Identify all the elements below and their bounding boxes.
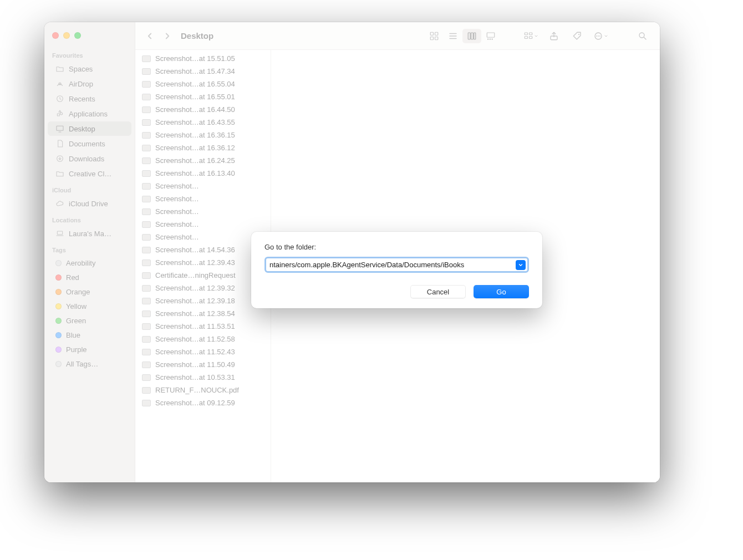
svg-rect-18 [529, 33, 532, 35]
file-row[interactable]: Screenshot… [135, 205, 271, 218]
file-row[interactable]: Screenshot… [135, 218, 271, 231]
folder-path-input[interactable] [266, 258, 515, 271]
file-row[interactable]: Screenshot…at 12.39.43 [135, 256, 271, 269]
minimize-button[interactable] [63, 32, 70, 39]
back-button[interactable] [143, 29, 156, 43]
file-row[interactable]: Screenshot… [135, 231, 271, 243]
sidebar-item[interactable]: Documents [48, 136, 131, 151]
view-gallery-button[interactable] [481, 29, 500, 43]
sidebar-item-label: Purple [66, 345, 87, 354]
file-row[interactable]: Screenshot…at 16.43.55 [135, 116, 271, 129]
sidebar-item[interactable]: Applications [48, 106, 131, 121]
file-row[interactable]: Screenshot…at 10.53.31 [135, 371, 271, 384]
sidebar-item[interactable]: Orange [48, 285, 131, 299]
action-menu-button[interactable] [591, 29, 610, 43]
cancel-button[interactable]: Cancel [410, 285, 466, 298]
svg-rect-11 [474, 33, 476, 39]
file-row[interactable]: Screenshot…at 11.52.58 [135, 333, 271, 345]
file-name-label: Screenshot…at 12.39.32 [155, 284, 265, 292]
file-row[interactable]: Screenshot…at 16.13.40 [135, 167, 271, 180]
sidebar-item-label: Desktop [69, 125, 95, 133]
svg-rect-9 [468, 33, 470, 39]
sidebar-item-label: Applications [69, 110, 108, 118]
file-thumbnail-icon [142, 94, 151, 100]
finder-window: FavouritesSpacesAirDropRecentsApplicatio… [44, 22, 660, 482]
svg-rect-4 [57, 231, 62, 235]
file-row[interactable]: Screenshot…at 15.47.34 [135, 65, 271, 78]
forward-button[interactable] [161, 29, 174, 43]
file-row[interactable]: Screenshot…at 09.12.59 [135, 396, 271, 409]
file-name-label: Screenshot… [155, 207, 265, 216]
file-thumbnail-icon [142, 55, 151, 62]
close-button[interactable] [52, 32, 59, 39]
sidebar-item[interactable]: Creative Cl… [48, 166, 131, 181]
sidebar-item[interactable]: Aerobility [48, 256, 131, 270]
zoom-button[interactable] [74, 32, 81, 39]
file-row[interactable]: Screenshot…at 16.55.01 [135, 90, 271, 103]
tag-dot-icon [55, 347, 62, 353]
view-columns-button[interactable] [462, 29, 481, 43]
sidebar-item-label: Yellow [66, 302, 86, 310]
file-name-label: Screenshot…at 16.43.55 [155, 118, 265, 126]
desktop-icon [55, 124, 64, 133]
file-row[interactable]: Screenshot…at 16.55.04 [135, 78, 271, 90]
sidebar-item[interactable]: Purple [48, 343, 131, 357]
file-row[interactable]: Screenshot… [135, 180, 271, 192]
view-icons-button[interactable] [425, 29, 444, 43]
sidebar-item[interactable]: Red [48, 271, 131, 284]
file-row[interactable]: Screenshot…at 15.51.05 [135, 52, 271, 65]
file-name-label: Screenshot…at 11.53.51 [155, 322, 265, 330]
file-row[interactable]: RETURN_F…NOUCK.pdf [135, 384, 271, 396]
file-row[interactable]: Certificate…ningRequest [135, 269, 271, 282]
file-row[interactable]: Screenshot…at 16.36.15 [135, 129, 271, 141]
file-name-label: Screenshot…at 09.12.59 [155, 399, 265, 407]
file-row[interactable]: Screenshot… [135, 192, 271, 205]
file-name-label: RETURN_F…NOUCK.pdf [155, 386, 265, 394]
svg-rect-12 [487, 33, 495, 37]
sidebar-item[interactable]: Blue [48, 328, 131, 342]
tags-button[interactable] [568, 29, 587, 43]
file-name-label: Screenshot…at 10.53.31 [155, 373, 265, 381]
file-name-label: Screenshot…at 12.38.54 [155, 309, 265, 318]
sidebar-item[interactable]: Recents [48, 91, 131, 106]
sidebar-item-label: Documents [69, 140, 105, 148]
file-row[interactable]: Screenshot…at 16.36.12 [135, 141, 271, 154]
file-thumbnail-icon [142, 106, 151, 113]
download-icon [55, 154, 64, 163]
svg-rect-15 [492, 38, 493, 39]
sidebar-item[interactable]: iCloud Drive [48, 196, 131, 211]
sidebar-item[interactable]: Spaces [48, 62, 131, 76]
sidebar-item[interactable]: AirDrop [48, 77, 131, 91]
view-list-button[interactable] [444, 29, 462, 43]
search-button[interactable] [633, 29, 652, 43]
file-row[interactable]: Screenshot…at 11.53.51 [135, 320, 271, 333]
sidebar-item[interactable]: Green [48, 314, 131, 328]
file-row[interactable]: Screenshot…at 16.24.25 [135, 154, 271, 167]
airdrop-icon [55, 79, 64, 88]
file-name-label: Screenshot…at 16.55.04 [155, 80, 265, 88]
sidebar-item[interactable]: Laura's Ma… [48, 226, 131, 241]
tag-dot-icon [55, 303, 62, 309]
tag-dot-icon [55, 361, 62, 367]
sidebar-item[interactable]: Yellow [48, 299, 131, 313]
tag-dot-icon [55, 260, 62, 266]
file-row[interactable]: Screenshot…at 16.44.50 [135, 103, 271, 116]
file-thumbnail-icon [142, 183, 151, 190]
file-row[interactable]: Screenshot…at 14.54.36 [135, 243, 271, 256]
sidebar-item[interactable]: Downloads [48, 151, 131, 166]
file-row[interactable]: Screenshot…at 11.50.49 [135, 358, 271, 371]
sidebar-item[interactable]: All Tags… [48, 357, 131, 371]
svg-rect-2 [57, 126, 63, 130]
go-button[interactable]: Go [474, 285, 529, 298]
combobox-toggle-button[interactable] [516, 260, 526, 270]
group-by-button[interactable] [521, 29, 540, 43]
file-thumbnail-icon [142, 400, 151, 406]
file-row[interactable]: Screenshot…at 11.52.43 [135, 345, 271, 358]
file-name-label: Screenshot…at 16.36.12 [155, 144, 265, 152]
folder-path-combobox[interactable] [264, 257, 529, 273]
file-row[interactable]: Screenshot…at 12.38.54 [135, 307, 271, 320]
file-row[interactable]: Screenshot…at 12.39.32 [135, 282, 271, 294]
share-button[interactable] [544, 29, 563, 43]
sidebar-item[interactable]: Desktop [48, 121, 131, 136]
file-row[interactable]: Screenshot…at 12.39.18 [135, 294, 271, 307]
